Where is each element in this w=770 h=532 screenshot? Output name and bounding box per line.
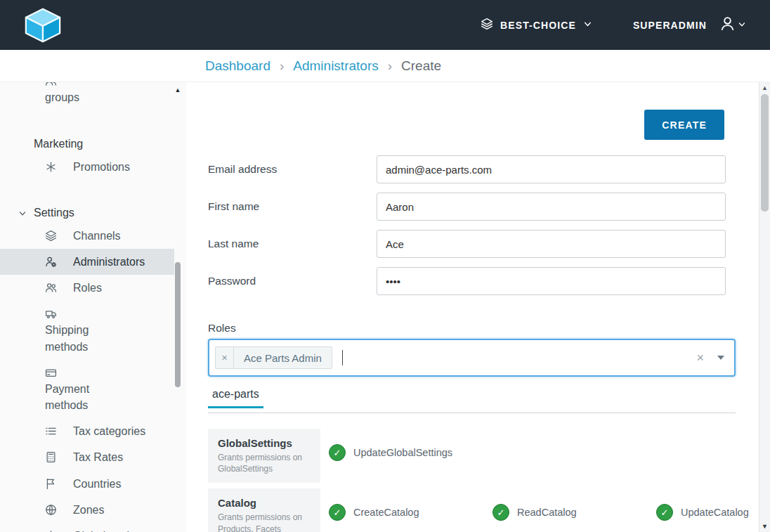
sidebar-item-administrators[interactable]: Administrators <box>0 249 174 275</box>
credit-card-icon <box>45 367 58 379</box>
calculator-icon <box>45 451 58 463</box>
breadcrumb-administrators[interactable]: Administrators <box>293 58 378 74</box>
permission-group-description: Grants permissions on GlobalSettings <box>218 452 311 474</box>
current-user-label: SUPERADMIN <box>633 20 707 31</box>
nav-section-title: Settings <box>34 207 74 219</box>
password-label: Password <box>208 275 377 287</box>
breadcrumb-separator: › <box>280 58 284 74</box>
user-menu[interactable] <box>719 15 746 34</box>
breadcrumb: Dashboard › Administrators › Create <box>205 58 441 74</box>
main-content: CREATE Email address First name Last nam… <box>186 82 759 532</box>
permission-group-header: GlobalSettings Grants permissions on Glo… <box>208 429 320 483</box>
main-scrollbar[interactable]: ▲ ▼ <box>759 82 770 532</box>
channel-switcher[interactable]: BEST-CHOICE <box>481 18 592 32</box>
permission-row-global-settings: GlobalSettings Grants permissions on Glo… <box>208 429 736 483</box>
sidebar-item-zones[interactable]: Zones <box>0 497 174 523</box>
sidebar-item-label: Tax categories <box>73 425 145 437</box>
form-row-first-name: First name <box>208 193 736 221</box>
permission-group-description: Grants permissions on Products, Facets <box>218 512 311 532</box>
nav-section-title: Marketing <box>34 138 83 150</box>
sidebar-item-roles[interactable]: Roles <box>0 275 174 301</box>
dropdown-chevron-icon[interactable] <box>717 356 724 360</box>
tabs-divider <box>208 413 736 413</box>
sidebar-item-label: Promotions <box>73 161 130 173</box>
main-scrollbar-thumb[interactable] <box>761 94 769 212</box>
nav-section-settings[interactable]: Settings <box>0 203 174 223</box>
breadcrumb-bar: Dashboard › Administrators › Create <box>0 50 770 82</box>
email-field[interactable] <box>377 155 726 183</box>
clear-selection-icon[interactable]: × <box>696 351 704 364</box>
remove-chip-icon[interactable]: × <box>216 347 234 368</box>
sidebar-item-label: Countries <box>73 478 121 490</box>
permission-group-title: Catalog <box>218 497 311 509</box>
permissions-table: GlobalSettings Grants permissions on Glo… <box>208 429 736 532</box>
permission-item: ✓ ReadCatalog <box>492 504 656 521</box>
app-window: BEST-CHOICE SUPERADMIN Dashboard › Admin… <box>0 0 770 532</box>
sidebar-item-label: Roles <box>73 282 102 294</box>
chevron-down-icon <box>738 19 746 32</box>
permission-item: ✓ CreateCatalog <box>329 504 492 521</box>
nav-section-marketing: Marketing <box>0 134 174 154</box>
administrator-form: Email address First name Last name Passw… <box>208 155 736 295</box>
permission-item: ✓ UpdateCatalog <box>656 504 759 521</box>
permission-label: ReadCatalog <box>517 507 577 518</box>
asterisk-icon <box>45 161 58 173</box>
sidebar-item-countries[interactable]: Countries <box>0 471 174 497</box>
sidebar-item-customer-groups[interactable]: groups <box>0 82 174 110</box>
sidebar-item-promotions[interactable]: Promotions <box>0 154 174 180</box>
globe-icon <box>45 504 58 516</box>
password-field[interactable] <box>377 267 726 295</box>
sidebar-item-label: groups <box>45 91 79 103</box>
topbar-right-cluster: BEST-CHOICE SUPERADMIN <box>481 15 746 34</box>
check-icon: ✓ <box>329 504 346 521</box>
permission-label: UpdateGlobalSettings <box>353 447 452 458</box>
roles-multiselect[interactable]: × Ace Parts Admin × <box>208 339 736 377</box>
form-row-password: Password <box>208 267 736 295</box>
layers-icon <box>481 18 493 32</box>
permission-cells: ✓ CreateCatalog ✓ ReadCatalog ✓ UpdateCa… <box>320 488 759 532</box>
form-row-email: Email address <box>208 155 736 183</box>
vendure-logo[interactable] <box>20 7 66 44</box>
sidebar-item-label: Shipping methods <box>45 324 89 352</box>
scroll-down-arrow[interactable]: ▼ <box>759 523 770 530</box>
administrator-icon <box>45 256 58 268</box>
last-name-label: Last name <box>208 238 377 250</box>
cube-logo-icon <box>20 7 66 44</box>
chevron-down-icon <box>18 209 27 218</box>
email-label: Email address <box>208 163 377 176</box>
users-icon <box>45 282 58 294</box>
sidebar-item-tax-categories[interactable]: Tax categories <box>0 418 174 444</box>
permission-group-title: GlobalSettings <box>218 437 311 449</box>
create-button[interactable]: CREATE <box>644 110 724 140</box>
form-row-last-name: Last name <box>208 230 736 258</box>
first-name-field[interactable] <box>377 193 726 221</box>
breadcrumb-separator: › <box>388 58 392 74</box>
check-icon: ✓ <box>329 444 346 461</box>
sidebar-item-tax-rates[interactable]: Tax Rates <box>0 444 174 470</box>
layers-icon <box>45 230 58 242</box>
select-controls: × <box>696 351 724 364</box>
role-chip-label: Ace Parts Admin <box>234 347 332 368</box>
sidebar-nav: groups Marketing Promotions Settings <box>0 82 174 532</box>
sidebar-item-channels[interactable]: Channels <box>0 223 174 249</box>
last-name-field[interactable] <box>377 230 726 258</box>
flag-icon <box>45 478 58 490</box>
users-icon <box>45 82 58 87</box>
chevron-down-icon <box>583 20 592 31</box>
sidebar-item-label: Administrators <box>73 256 145 268</box>
sidebar-item-payment-methods[interactable]: Payment methods <box>0 360 174 419</box>
sidebar-item-label: Payment methods <box>45 383 89 411</box>
sidebar-item-global-settings[interactable]: Global settings <box>0 523 174 532</box>
text-cursor <box>342 350 343 365</box>
scroll-up-arrow[interactable]: ▲ <box>759 84 770 91</box>
sidebar-item-shipping-methods[interactable]: Shipping methods <box>0 301 174 360</box>
content-row: groups Marketing Promotions Settings <box>0 82 770 532</box>
tab-ace-parts[interactable]: ace-parts <box>208 385 263 408</box>
permission-group-header: Catalog Grants permissions on Products, … <box>208 488 320 532</box>
truck-icon <box>45 308 58 320</box>
check-icon: ✓ <box>656 504 673 521</box>
scroll-up-arrow[interactable]: ▲ <box>174 85 181 95</box>
sidebar-scrollbar[interactable]: ▲ <box>174 85 181 532</box>
sidebar-scrollbar-thumb[interactable] <box>175 262 181 387</box>
breadcrumb-dashboard[interactable]: Dashboard <box>205 58 270 74</box>
